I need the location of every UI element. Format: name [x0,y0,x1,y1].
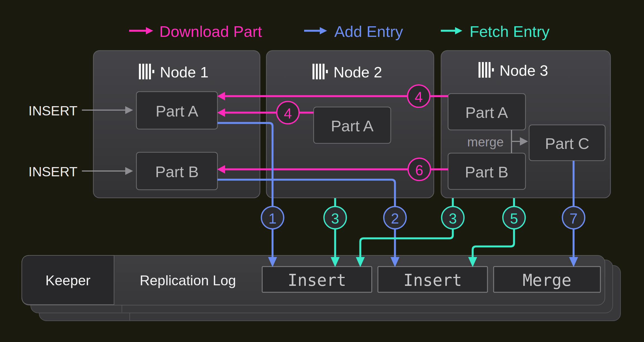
badge-2: 2 [384,206,406,229]
node2-part-a-label: Part A [331,117,374,135]
log-entry-insert-1-label: Insert [288,271,346,290]
badge-3a: 3 [324,206,346,229]
badge-1-number: 1 [269,210,277,227]
keeper-label: Keeper [45,273,90,288]
badge-7-number: 7 [570,210,578,227]
badge-7: 7 [562,206,585,229]
replication-log-title: Replication Log [140,273,236,288]
node3-part-a-label: Part A [465,104,508,121]
badge-5: 5 [503,206,525,229]
node-2-title: Node 2 [333,64,382,80]
node3-part-b-label: Part B [465,163,508,181]
badge-3a-number: 3 [331,210,339,227]
badge-3b: 3 [442,206,464,229]
merge-label: merge [467,135,504,149]
legend: Download Part Add Entry Fetch Entry [129,23,550,40]
log-entry-insert-2-label: Insert [403,271,462,290]
badge-4-mid: 4 [277,101,299,124]
badge-6: 6 [408,158,430,180]
insert-label-2: INSERT [29,164,77,179]
node1-part-b-label: Part B [155,163,199,180]
legend-label-fetch-entry: Fetch Entry [470,23,550,40]
replication-log-stack: Keeper Replication Log Insert Insert Mer… [22,255,621,321]
node-2-parts: Part A [314,107,391,143]
node-1-title: Node 1 [160,64,209,80]
insert-label-1: INSERT [29,103,77,118]
replication-diagram: Download Part Add Entry Fetch Entry Node… [0,0,644,342]
log-entry-merge-label: Merge [523,271,572,290]
legend-label-download-part: Download Part [159,23,262,40]
badge-4-mid-number: 4 [284,105,292,122]
node1-part-a-label: Part A [156,102,198,120]
badge-5-number: 5 [510,210,518,227]
legend-label-add-entry: Add Entry [334,23,403,40]
node3-part-c-label: Part C [545,135,589,152]
badge-4-top-number: 4 [415,89,423,105]
badge-6-number: 6 [415,162,423,178]
badge-2-number: 2 [391,210,399,227]
node-3-title: Node 3 [499,62,548,79]
badge-1: 1 [261,206,284,229]
badge-4-top: 4 [408,85,430,107]
badge-3b-number: 3 [449,210,457,227]
